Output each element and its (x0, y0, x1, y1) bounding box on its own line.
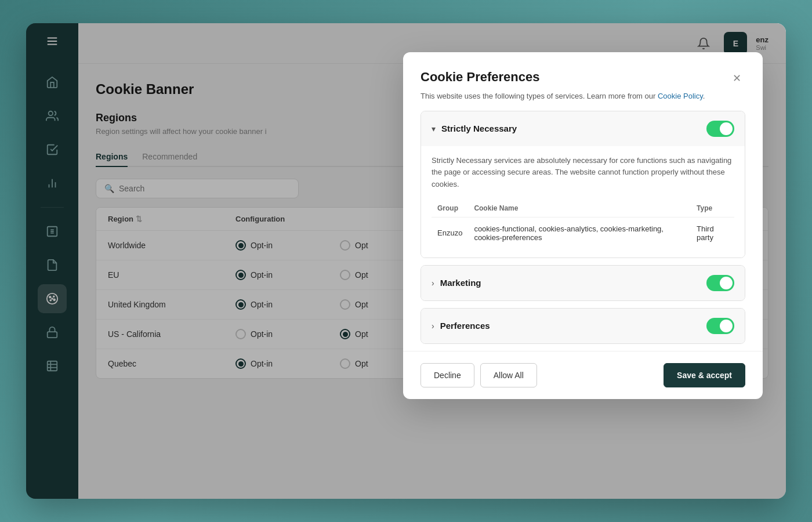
cookie-section-header-mkt[interactable]: › Marketing (421, 266, 745, 300)
section-title-row-mkt: › Marketing (432, 278, 481, 288)
cookie-row: Enzuzo cookies-functional, cookies-analy… (432, 217, 734, 249)
section-title-mkt: Marketing (440, 278, 481, 288)
decline-button[interactable]: Decline (420, 363, 474, 387)
modal-body: ▾ Strictly Necessary Strictly Necessary … (403, 111, 763, 351)
section-title-row: ▾ Strictly Necessary (432, 124, 517, 133)
cookie-section-header-sn[interactable]: ▾ Strictly Necessary (421, 111, 745, 146)
cookie-policy-link[interactable]: Cookie Policy (658, 92, 703, 100)
modal-title: Cookie Preferences (420, 70, 705, 85)
cookie-preferences-modal: Cookie Preferences This website uses the… (403, 52, 763, 399)
section-desc-sn: Strictly Necessary services are absolute… (432, 155, 734, 191)
cookie-type: Third party (691, 217, 734, 249)
cookie-section-body-sn: Strictly Necessary services are absolute… (421, 146, 745, 258)
modal-footer: Decline Allow All Save & accept (403, 351, 763, 399)
toggle-strictly-necessary[interactable] (706, 121, 734, 137)
chevron-right-icon: › (432, 278, 434, 288)
close-button[interactable]: ✕ (728, 70, 745, 87)
chevron-down-icon: ▾ (432, 124, 436, 133)
modal-header: Cookie Preferences This website uses the… (403, 52, 763, 111)
allow-all-button[interactable]: Allow All (480, 363, 537, 387)
save-accept-button[interactable]: Save & accept (664, 363, 745, 387)
col-cookie-name: Cookie Name (468, 200, 691, 217)
toggle-marketing[interactable] (706, 275, 734, 291)
col-type: Type (691, 200, 734, 217)
cookie-name: cookies-functional, cookies-analytics, c… (468, 217, 691, 249)
modal-header-text: Cookie Preferences This website uses the… (420, 70, 705, 102)
col-group: Group (432, 200, 468, 217)
toggle-preferences[interactable] (706, 318, 734, 334)
section-title-sn: Strictly Necessary (441, 124, 517, 133)
modal-description: This website uses the following types of… (420, 90, 705, 102)
chevron-right-icon-pref: › (432, 321, 434, 331)
cookie-section-preferences: › Perferences (420, 308, 745, 344)
cookie-section-marketing: › Marketing (420, 265, 745, 301)
cookie-group: Enzuzo (432, 217, 468, 249)
cookie-table: Group Cookie Name Type Enzuzo cookies-fu… (432, 200, 734, 249)
section-title-row-pref: › Perferences (432, 321, 490, 331)
section-title-pref: Perferences (440, 321, 490, 331)
footer-left-buttons: Decline Allow All (420, 363, 537, 387)
cookie-section-header-pref[interactable]: › Perferences (421, 309, 745, 343)
cookie-section-strictly-necessary: ▾ Strictly Necessary Strictly Necessary … (420, 111, 745, 258)
